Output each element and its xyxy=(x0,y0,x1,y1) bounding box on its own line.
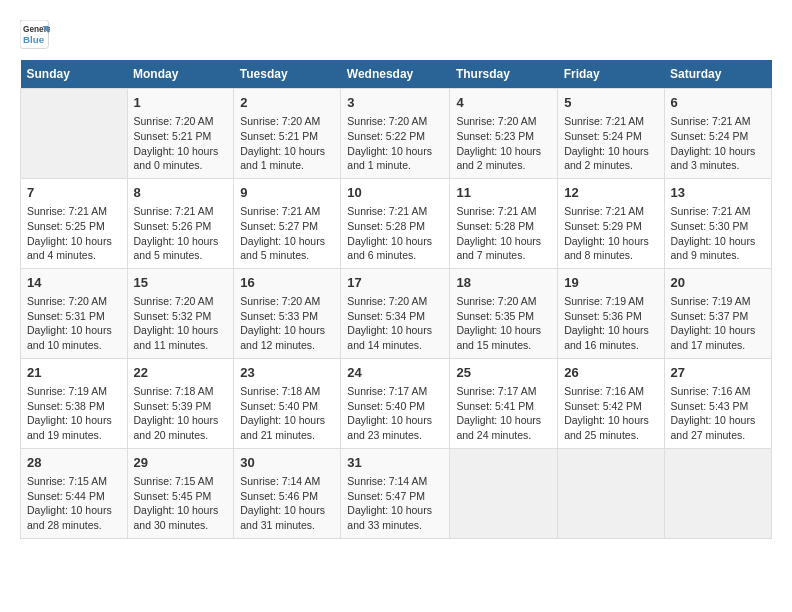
day-number: 21 xyxy=(27,364,121,382)
day-number: 24 xyxy=(347,364,443,382)
calendar-cell: 17Sunrise: 7:20 AM Sunset: 5:34 PM Dayli… xyxy=(341,268,450,358)
calendar-cell: 10Sunrise: 7:21 AM Sunset: 5:28 PM Dayli… xyxy=(341,178,450,268)
day-info: Sunrise: 7:18 AM Sunset: 5:39 PM Dayligh… xyxy=(134,384,228,443)
day-number: 29 xyxy=(134,454,228,472)
calendar-cell: 16Sunrise: 7:20 AM Sunset: 5:33 PM Dayli… xyxy=(234,268,341,358)
calendar-cell: 13Sunrise: 7:21 AM Sunset: 5:30 PM Dayli… xyxy=(664,178,771,268)
calendar-cell: 25Sunrise: 7:17 AM Sunset: 5:41 PM Dayli… xyxy=(450,358,558,448)
day-info: Sunrise: 7:19 AM Sunset: 5:36 PM Dayligh… xyxy=(564,294,657,353)
header-monday: Monday xyxy=(127,60,234,89)
calendar-cell: 19Sunrise: 7:19 AM Sunset: 5:36 PM Dayli… xyxy=(558,268,664,358)
day-number: 26 xyxy=(564,364,657,382)
day-number: 7 xyxy=(27,184,121,202)
day-info: Sunrise: 7:21 AM Sunset: 5:28 PM Dayligh… xyxy=(347,204,443,263)
day-number: 28 xyxy=(27,454,121,472)
calendar-table: SundayMondayTuesdayWednesdayThursdayFrid… xyxy=(20,60,772,539)
day-number: 5 xyxy=(564,94,657,112)
day-number: 13 xyxy=(671,184,765,202)
day-info: Sunrise: 7:20 AM Sunset: 5:23 PM Dayligh… xyxy=(456,114,551,173)
week-row-4: 21Sunrise: 7:19 AM Sunset: 5:38 PM Dayli… xyxy=(21,358,772,448)
week-row-2: 7Sunrise: 7:21 AM Sunset: 5:25 PM Daylig… xyxy=(21,178,772,268)
calendar-cell: 29Sunrise: 7:15 AM Sunset: 5:45 PM Dayli… xyxy=(127,448,234,538)
day-number: 6 xyxy=(671,94,765,112)
day-info: Sunrise: 7:20 AM Sunset: 5:34 PM Dayligh… xyxy=(347,294,443,353)
day-number: 12 xyxy=(564,184,657,202)
day-number: 3 xyxy=(347,94,443,112)
day-number: 15 xyxy=(134,274,228,292)
day-info: Sunrise: 7:21 AM Sunset: 5:26 PM Dayligh… xyxy=(134,204,228,263)
header-thursday: Thursday xyxy=(450,60,558,89)
header-sunday: Sunday xyxy=(21,60,128,89)
day-info: Sunrise: 7:20 AM Sunset: 5:21 PM Dayligh… xyxy=(240,114,334,173)
day-number: 9 xyxy=(240,184,334,202)
calendar-cell: 24Sunrise: 7:17 AM Sunset: 5:40 PM Dayli… xyxy=(341,358,450,448)
svg-text:Blue: Blue xyxy=(23,34,45,45)
day-info: Sunrise: 7:16 AM Sunset: 5:43 PM Dayligh… xyxy=(671,384,765,443)
day-number: 2 xyxy=(240,94,334,112)
day-number: 27 xyxy=(671,364,765,382)
calendar-cell: 3Sunrise: 7:20 AM Sunset: 5:22 PM Daylig… xyxy=(341,89,450,179)
calendar-cell: 30Sunrise: 7:14 AM Sunset: 5:46 PM Dayli… xyxy=(234,448,341,538)
calendar-cell xyxy=(450,448,558,538)
day-info: Sunrise: 7:21 AM Sunset: 5:29 PM Dayligh… xyxy=(564,204,657,263)
day-info: Sunrise: 7:21 AM Sunset: 5:27 PM Dayligh… xyxy=(240,204,334,263)
calendar-cell: 12Sunrise: 7:21 AM Sunset: 5:29 PM Dayli… xyxy=(558,178,664,268)
header-friday: Friday xyxy=(558,60,664,89)
calendar-cell: 31Sunrise: 7:14 AM Sunset: 5:47 PM Dayli… xyxy=(341,448,450,538)
day-number: 31 xyxy=(347,454,443,472)
day-info: Sunrise: 7:16 AM Sunset: 5:42 PM Dayligh… xyxy=(564,384,657,443)
day-info: Sunrise: 7:17 AM Sunset: 5:40 PM Dayligh… xyxy=(347,384,443,443)
calendar-cell: 15Sunrise: 7:20 AM Sunset: 5:32 PM Dayli… xyxy=(127,268,234,358)
day-number: 20 xyxy=(671,274,765,292)
day-info: Sunrise: 7:20 AM Sunset: 5:32 PM Dayligh… xyxy=(134,294,228,353)
day-info: Sunrise: 7:21 AM Sunset: 5:30 PM Dayligh… xyxy=(671,204,765,263)
day-number: 18 xyxy=(456,274,551,292)
calendar-cell xyxy=(21,89,128,179)
calendar-cell: 1Sunrise: 7:20 AM Sunset: 5:21 PM Daylig… xyxy=(127,89,234,179)
day-number: 14 xyxy=(27,274,121,292)
day-number: 23 xyxy=(240,364,334,382)
day-number: 30 xyxy=(240,454,334,472)
day-number: 10 xyxy=(347,184,443,202)
day-number: 19 xyxy=(564,274,657,292)
day-info: Sunrise: 7:20 AM Sunset: 5:35 PM Dayligh… xyxy=(456,294,551,353)
header-saturday: Saturday xyxy=(664,60,771,89)
day-info: Sunrise: 7:15 AM Sunset: 5:44 PM Dayligh… xyxy=(27,474,121,533)
calendar-cell: 23Sunrise: 7:18 AM Sunset: 5:40 PM Dayli… xyxy=(234,358,341,448)
day-info: Sunrise: 7:20 AM Sunset: 5:22 PM Dayligh… xyxy=(347,114,443,173)
calendar-cell: 18Sunrise: 7:20 AM Sunset: 5:35 PM Dayli… xyxy=(450,268,558,358)
calendar-cell: 8Sunrise: 7:21 AM Sunset: 5:26 PM Daylig… xyxy=(127,178,234,268)
calendar-cell xyxy=(664,448,771,538)
day-number: 1 xyxy=(134,94,228,112)
calendar-cell: 27Sunrise: 7:16 AM Sunset: 5:43 PM Dayli… xyxy=(664,358,771,448)
calendar-cell: 26Sunrise: 7:16 AM Sunset: 5:42 PM Dayli… xyxy=(558,358,664,448)
week-row-5: 28Sunrise: 7:15 AM Sunset: 5:44 PM Dayli… xyxy=(21,448,772,538)
day-number: 4 xyxy=(456,94,551,112)
day-number: 17 xyxy=(347,274,443,292)
day-number: 11 xyxy=(456,184,551,202)
day-info: Sunrise: 7:17 AM Sunset: 5:41 PM Dayligh… xyxy=(456,384,551,443)
day-info: Sunrise: 7:21 AM Sunset: 5:24 PM Dayligh… xyxy=(564,114,657,173)
day-info: Sunrise: 7:20 AM Sunset: 5:31 PM Dayligh… xyxy=(27,294,121,353)
day-info: Sunrise: 7:14 AM Sunset: 5:47 PM Dayligh… xyxy=(347,474,443,533)
calendar-cell: 22Sunrise: 7:18 AM Sunset: 5:39 PM Dayli… xyxy=(127,358,234,448)
calendar-cell: 6Sunrise: 7:21 AM Sunset: 5:24 PM Daylig… xyxy=(664,89,771,179)
day-info: Sunrise: 7:20 AM Sunset: 5:33 PM Dayligh… xyxy=(240,294,334,353)
calendar-cell: 7Sunrise: 7:21 AM Sunset: 5:25 PM Daylig… xyxy=(21,178,128,268)
week-row-1: 1Sunrise: 7:20 AM Sunset: 5:21 PM Daylig… xyxy=(21,89,772,179)
calendar-cell: 28Sunrise: 7:15 AM Sunset: 5:44 PM Dayli… xyxy=(21,448,128,538)
logo: General Blue xyxy=(20,20,54,50)
day-info: Sunrise: 7:19 AM Sunset: 5:37 PM Dayligh… xyxy=(671,294,765,353)
calendar-cell xyxy=(558,448,664,538)
page-header: General Blue xyxy=(20,20,772,50)
calendar-cell: 5Sunrise: 7:21 AM Sunset: 5:24 PM Daylig… xyxy=(558,89,664,179)
calendar-cell: 21Sunrise: 7:19 AM Sunset: 5:38 PM Dayli… xyxy=(21,358,128,448)
day-info: Sunrise: 7:21 AM Sunset: 5:25 PM Dayligh… xyxy=(27,204,121,263)
day-info: Sunrise: 7:20 AM Sunset: 5:21 PM Dayligh… xyxy=(134,114,228,173)
day-info: Sunrise: 7:19 AM Sunset: 5:38 PM Dayligh… xyxy=(27,384,121,443)
day-number: 22 xyxy=(134,364,228,382)
header-row: SundayMondayTuesdayWednesdayThursdayFrid… xyxy=(21,60,772,89)
day-info: Sunrise: 7:15 AM Sunset: 5:45 PM Dayligh… xyxy=(134,474,228,533)
calendar-cell: 14Sunrise: 7:20 AM Sunset: 5:31 PM Dayli… xyxy=(21,268,128,358)
day-number: 16 xyxy=(240,274,334,292)
